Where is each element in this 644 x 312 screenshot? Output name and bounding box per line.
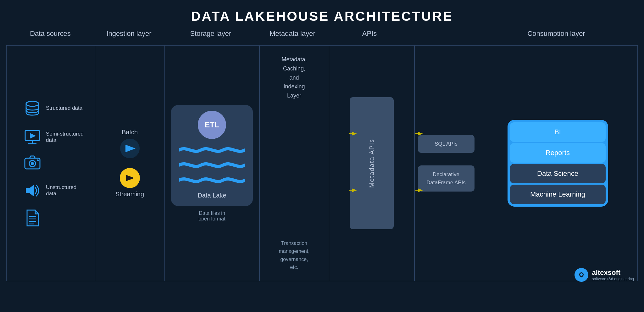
camera-item xyxy=(24,154,41,170)
consumption-item-reports: Reports xyxy=(510,143,606,163)
batch-arrow-icon xyxy=(120,138,140,159)
consumption-content: BI Reports Data Science Machine Learning xyxy=(508,46,608,281)
header-storage: Storage layer xyxy=(164,30,258,38)
consumption-item-ml: Machine Learning xyxy=(510,185,606,204)
col-apis: Metadata APIs xyxy=(329,46,414,281)
apis-content: Metadata APIs xyxy=(350,46,394,281)
document-item xyxy=(24,209,40,227)
metadata-apis-box: Metadata APIs xyxy=(350,97,394,229)
streaming-arrow-circle xyxy=(120,168,140,188)
sql-apis-box: SQL APIs xyxy=(418,135,475,153)
column-headers: Data sources Ingestion layer Storage lay… xyxy=(0,30,644,38)
diagram-area: Structured data Semi-structured data xyxy=(6,45,638,281)
header-apis: APIs xyxy=(327,30,412,38)
metadata-top-text: Metadata, Caching, and Indexing Layer xyxy=(281,55,307,100)
streaming-item: Streaming xyxy=(115,168,144,198)
svg-marker-10 xyxy=(26,185,34,197)
header-data-sources: Data sources xyxy=(6,30,94,38)
unstructured-label: Unstructured data xyxy=(46,184,76,197)
header-consumption: Consumption layer xyxy=(475,30,638,38)
batch-item: Batch xyxy=(120,129,140,159)
presentation-icon xyxy=(24,129,41,146)
semi-structured-label: Semi-structured data xyxy=(46,131,84,143)
semi-structured-item: Semi-structured data xyxy=(24,129,84,146)
consumption-item-bi: BI xyxy=(510,122,606,142)
structured-data-item: Structured data xyxy=(24,100,82,117)
metadata-content: Metadata, Caching, and Indexing Layer Tr… xyxy=(276,46,313,281)
ingestion-content: Batch Streaming xyxy=(115,129,144,198)
document-icon xyxy=(25,209,40,227)
streaming-label: Streaming xyxy=(115,191,144,198)
header-metadata: Metadata layer xyxy=(258,30,327,38)
dataframe-apis-box: Declarative DataFrame APIs xyxy=(418,165,475,192)
database-icon xyxy=(24,100,41,117)
consumption-box: BI Reports Data Science Machine Learning xyxy=(508,120,608,207)
col-data-sources: Structured data Semi-structured data xyxy=(7,46,95,281)
diagram-container: Data sources Ingestion layer Storage lay… xyxy=(0,30,644,287)
svg-point-23 xyxy=(580,273,583,276)
altexsoft-logo-icon xyxy=(575,268,588,282)
sound-icon xyxy=(24,183,41,198)
col-metadata: Metadata, Caching, and Indexing Layer Tr… xyxy=(260,46,329,281)
metadata-bottom-text: Transaction management, governance, etc. xyxy=(279,239,310,271)
svg-marker-17 xyxy=(126,175,134,181)
data-files-label: Data files in open format xyxy=(198,210,225,222)
metadata-apis-label: Metadata APIs xyxy=(368,139,375,188)
logo-name: altexsoft xyxy=(592,269,634,277)
col-storage: ETL Data Lake Data files in open format xyxy=(165,46,259,281)
etl-circle: ETL xyxy=(198,111,226,139)
structured-data-label: Structured data xyxy=(46,105,82,111)
gap-content: SQL APIs Declarative DataFrame APIs xyxy=(418,46,475,281)
wave-3-icon xyxy=(179,174,245,186)
logo-area: altexsoft software r&d engineering xyxy=(575,268,634,282)
header-gap xyxy=(412,30,475,38)
svg-marker-5 xyxy=(30,133,36,139)
col-consumption: BI Reports Data Science Machine Learning xyxy=(478,46,637,281)
logo-text: altexsoft software r&d engineering xyxy=(592,269,634,281)
wave-2-icon xyxy=(179,159,245,171)
wave-1-icon xyxy=(179,144,245,156)
col-ingestion: Batch Streaming xyxy=(95,46,164,281)
data-lake-box: ETL Data Lake xyxy=(171,105,253,206)
col-gap: SQL APIs Declarative DataFrame APIs xyxy=(415,46,478,281)
data-lake-label: Data Lake xyxy=(197,192,226,199)
logo-sub: software r&d engineering xyxy=(592,277,634,281)
page-title: DATA LAKEHOUSE ARCHITECTURE xyxy=(0,0,644,30)
unstructured-item: Unstructured data xyxy=(24,183,76,198)
camera-icon xyxy=(24,154,41,170)
storage-content: ETL Data Lake Data files in open format xyxy=(165,46,259,281)
data-sources-list: Structured data Semi-structured data xyxy=(18,100,84,227)
header-ingestion: Ingestion layer xyxy=(94,30,164,38)
svg-point-1 xyxy=(26,101,39,106)
streaming-arrow-icon xyxy=(124,172,136,184)
batch-label: Batch xyxy=(122,129,138,136)
consumption-item-data-science: Data Science xyxy=(510,164,606,183)
svg-point-8 xyxy=(31,162,34,165)
svg-point-9 xyxy=(37,159,39,161)
